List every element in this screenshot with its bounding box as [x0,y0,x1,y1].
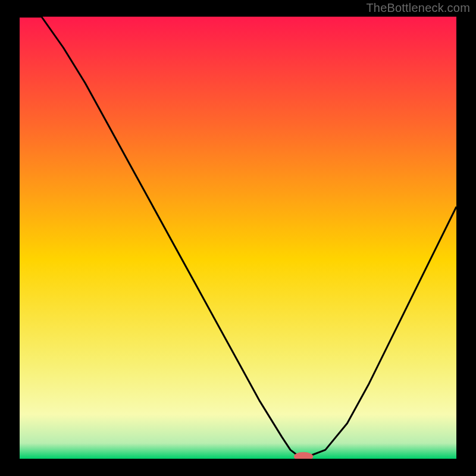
chart-container: TheBottleneck.com [0,0,476,476]
attribution-text: TheBottleneck.com [366,1,470,15]
plot-area [20,17,456,459]
bottleneck-chart [20,17,456,459]
